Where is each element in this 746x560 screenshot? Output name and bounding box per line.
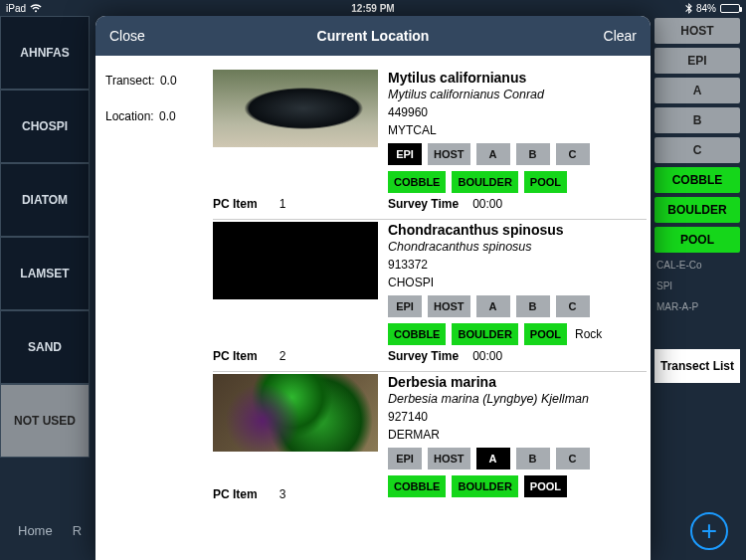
pc-item-label: PC Item [213, 197, 258, 211]
tag-pool[interactable]: POOL [524, 171, 567, 193]
bluetooth-icon [685, 3, 692, 14]
item-left: PC Item 3 [213, 374, 378, 501]
tag-row-1: EPI HOST A B C [388, 448, 643, 469]
tag-epi[interactable]: EPI [388, 295, 422, 317]
wifi-icon [30, 4, 42, 13]
bg-text-2: MAR-A-P [654, 298, 740, 315]
thumbnail [213, 374, 378, 452]
app-root: iPad 12:59 PM 84% AHNFAS CHOSPI DIATOM L… [0, 0, 746, 560]
tag-b[interactable]: B [516, 448, 550, 469]
add-button[interactable]: + [690, 512, 728, 550]
pc-item-label: PC Item [213, 349, 258, 363]
item-right: Derbesia marina Derbesia marina (Lyngbye… [388, 374, 643, 501]
close-button[interactable]: Close [109, 28, 145, 44]
tag-row-2: COBBLE BOULDER POOL [388, 475, 643, 497]
tag-cobble[interactable]: COBBLE [388, 171, 446, 193]
tag-epi[interactable]: EPI [388, 448, 422, 469]
clear-button[interactable]: Clear [604, 28, 637, 44]
tag-epi[interactable]: EPI [388, 143, 422, 165]
species-number: 449960 [388, 105, 643, 119]
tag-row-2: COBBLE BOULDER POOL [388, 171, 643, 193]
nav-home[interactable]: Home [18, 523, 53, 538]
bg-chip-c[interactable]: C [654, 137, 740, 163]
tag-extra: Rock [573, 327, 602, 341]
pc-item-value: 1 [280, 197, 286, 211]
modal-left: Transect: 0.0 Location: 0.0 [95, 56, 213, 560]
plus-icon: + [701, 517, 717, 545]
tag-row-1: EPI HOST A B C [388, 295, 643, 317]
bg-chip-b[interactable]: B [654, 107, 740, 133]
transect-list-button[interactable]: Transect List [654, 349, 740, 383]
modal-body: Transect: 0.0 Location: 0.0 PC Item 1 [95, 56, 651, 560]
sidebar-btn-4[interactable]: SAND [0, 310, 90, 384]
nav-r[interactable]: R [73, 523, 82, 538]
status-time: 12:59 PM [351, 3, 394, 14]
sidebar-btn-3[interactable]: LAMSET [0, 237, 90, 310]
survey-time-label: Survey Time [388, 349, 459, 363]
list-item[interactable]: PC Item 1 Mytilus californianus Mytilus … [213, 68, 647, 220]
bg-chip-a[interactable]: A [654, 78, 740, 103]
tag-a[interactable]: A [476, 448, 510, 469]
tag-cobble[interactable]: COBBLE [388, 323, 446, 345]
tag-b[interactable]: B [516, 295, 550, 317]
current-location-modal: Close Current Location Clear Transect: 0… [95, 16, 651, 560]
modal-header: Close Current Location Clear [95, 16, 651, 56]
tag-host[interactable]: HOST [428, 448, 470, 469]
pc-item-value: 3 [280, 487, 286, 501]
survey-time-value: 00:00 [472, 349, 502, 363]
status-left: iPad [6, 3, 42, 14]
species-scientific: Derbesia marina (Lyngbye) Kjellman [388, 392, 643, 406]
battery-icon [720, 4, 740, 13]
tag-host[interactable]: HOST [428, 143, 470, 165]
bg-chip-cobble[interactable]: COBBLE [654, 167, 740, 193]
status-right: 84% [685, 3, 740, 14]
location-value: 0.0 [159, 109, 176, 123]
status-bar: iPad 12:59 PM 84% [0, 0, 746, 16]
bg-text-0: CAL-E-Co [654, 257, 740, 274]
list-item[interactable]: PC Item 3 Derbesia marina Derbesia marin… [213, 372, 647, 509]
tag-row-1: EPI HOST A B C [388, 143, 643, 165]
species-number: 927140 [388, 410, 643, 424]
tag-host[interactable]: HOST [428, 295, 470, 317]
item-left: PC Item 1 [213, 70, 378, 211]
tag-a[interactable]: A [476, 295, 510, 317]
tag-pool[interactable]: POOL [524, 475, 567, 497]
bg-bottom-nav: Home R [0, 510, 82, 550]
species-code: DERMAR [388, 428, 643, 442]
tag-c[interactable]: C [556, 448, 590, 469]
bg-text-1: SPI [654, 278, 740, 294]
transect-value: 0.0 [160, 74, 177, 88]
bg-chip-epi[interactable]: EPI [654, 48, 740, 74]
species-name: Derbesia marina [388, 374, 643, 390]
tag-a[interactable]: A [476, 143, 510, 165]
sidebar-btn-2[interactable]: DIATOM [0, 163, 90, 237]
pc-item-label: PC Item [213, 487, 258, 501]
thumbnail [213, 70, 378, 147]
transect-label: Transect: [105, 74, 155, 88]
species-scientific: Chondracanthus spinosus [388, 240, 643, 254]
sidebar-btn-5[interactable]: NOT USED [0, 384, 90, 458]
species-name: Mytilus californianus [388, 70, 643, 86]
tag-boulder[interactable]: BOULDER [452, 475, 517, 497]
tag-boulder[interactable]: BOULDER [452, 171, 517, 193]
sidebar-btn-1[interactable]: CHOSPI [0, 90, 90, 163]
item-right: Mytilus californianus Mytilus california… [388, 70, 643, 211]
tag-c[interactable]: C [556, 143, 590, 165]
species-scientific: Mytilus californianus Conrad [388, 88, 643, 101]
tag-c[interactable]: C [556, 295, 590, 317]
device-label: iPad [6, 3, 26, 14]
pc-item-value: 2 [280, 349, 286, 363]
tag-b[interactable]: B [516, 143, 550, 165]
bg-chip-pool[interactable]: POOL [654, 227, 740, 253]
modal-title: Current Location [317, 28, 430, 44]
sidebar-btn-0[interactable]: AHNFAS [0, 16, 90, 90]
item-left: PC Item 2 [213, 222, 378, 363]
bg-chip-host[interactable]: HOST [654, 18, 740, 44]
tag-boulder[interactable]: BOULDER [452, 323, 517, 345]
tag-pool[interactable]: POOL [524, 323, 567, 345]
bg-chip-boulder[interactable]: BOULDER [654, 197, 740, 223]
modal-list[interactable]: PC Item 1 Mytilus californianus Mytilus … [213, 56, 651, 560]
tag-cobble[interactable]: COBBLE [388, 475, 446, 497]
location-label: Location: [105, 109, 154, 123]
list-item[interactable]: PC Item 2 Chondracanthus spinosus Chondr… [213, 220, 647, 372]
